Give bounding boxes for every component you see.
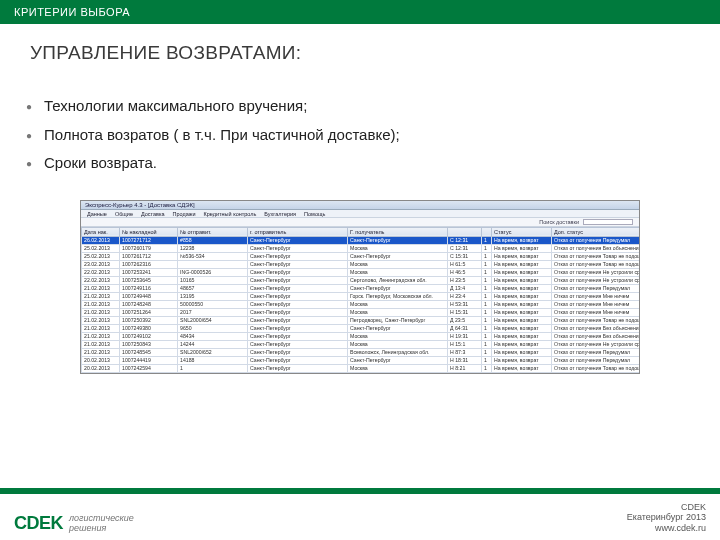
search-input[interactable] [583,219,633,225]
cell: 1007253645 [120,276,178,284]
cell: 25.02.2013 [82,244,120,252]
table-row[interactable]: 21.02.2013100724824850000550Санкт-Петерб… [82,300,641,308]
column-header[interactable]: № отправит. [178,227,248,236]
table-row[interactable]: 22.02.2013100725364510165Санкт-Петербург… [82,276,641,284]
cell: С 12:31 [448,244,482,252]
table-row[interactable]: 22.02.20131007253241ING-0000526Санкт-Пет… [82,268,641,276]
cell: 1 [482,284,492,292]
table-row[interactable]: 20.02.2013100724441914188Санкт-Петербург… [82,356,641,364]
column-header[interactable]: Г. получатель [348,227,448,236]
cell: Отказ от получения Товар не подошел/Не п… [552,316,641,324]
cell: 1 [482,260,492,268]
table-row[interactable]: 21.02.2013100725084314244Санкт-Петербург… [82,340,641,348]
cell: 1 [482,308,492,316]
table-row[interactable]: 21.02.20131007248545SNL2000/652Санкт-Пет… [82,348,641,356]
cell: Санкт-Петербург [248,252,348,260]
cell: На время, возврат [492,316,552,324]
cell: Санкт-Петербург [248,284,348,292]
cell: Отказ от получения Передумал [552,348,641,356]
cell: 1 [482,356,492,364]
cell: 26.02.2013 [82,236,120,244]
cell: 1007261712 [120,252,178,260]
cell: Н 23:5 [448,276,482,284]
menu-item[interactable]: Общие [115,211,133,217]
menu-item[interactable]: Данные [87,211,107,217]
cell: Москва [348,340,448,348]
column-header[interactable] [448,227,482,236]
cell: Санкт-Петербург [348,324,448,332]
cell: Горск. Петербург, Московская обл. [348,292,448,300]
column-header[interactable]: Доп. статус [552,227,641,236]
cell: На время, возврат [492,332,552,340]
cell: 1 [482,268,492,276]
column-header[interactable]: Дата нак. [82,227,120,236]
cell: 13195 [178,292,248,300]
cell: ING-0000526 [178,268,248,276]
cell: На время, возврат [492,284,552,292]
cell: 1007244419 [120,356,178,364]
cell: 48434 [178,332,248,340]
bullet-item: Сроки возврата. [22,149,720,178]
menu-item[interactable]: Помощь [304,211,325,217]
cell: 1007262316 [120,260,178,268]
cell: Санкт-Петербург [248,308,348,316]
app-menubar[interactable]: Данные Общие Доставка Продажи Кредитный … [81,210,639,218]
cell: Отказ от получения Передумал [552,356,641,364]
cell: 48657 [178,284,248,292]
column-header[interactable]: № накладной [120,227,178,236]
data-grid[interactable]: Дата нак.№ накладной№ отправит.г. отправ… [81,227,640,373]
logo: CDEK логистическиерешения [14,513,134,534]
column-header[interactable]: г. отправитель [248,227,348,236]
cell: №536-534 [178,252,248,260]
cell: 21.02.2013 [82,348,120,356]
cell: 14244 [178,340,248,348]
table-row[interactable]: 25.02.2013100726017912238Санкт-Петербург… [82,244,641,252]
table-row[interactable]: 20.02.201310072425941Санкт-ПетербургМоск… [82,364,641,372]
cell: 14188 [178,356,248,364]
table-row[interactable]: 21.02.201310072493809650Санкт-ПетербургС… [82,324,641,332]
cell: На время, возврат [492,292,552,300]
column-header[interactable]: Статус [492,227,552,236]
cell: С 15:31 [448,252,482,260]
cell: Санкт-Петербург [248,316,348,324]
table-row[interactable]: 25.02.20131007261712№536-534Санкт-Петерб… [82,252,641,260]
cell: 22.02.2013 [82,276,120,284]
cell: 21.02.2013 [82,284,120,292]
table-row[interactable]: 21.02.20131007250392SNL2000/654Санкт-Пет… [82,316,641,324]
cell: Москва [348,332,448,340]
cell: Санкт-Петербург [248,260,348,268]
table-row[interactable]: 21.02.2013100724910248434Санкт-Петербург… [82,332,641,340]
table-row[interactable]: 26.02.20131007271712#858Санкт-ПетербургС… [82,236,641,244]
menu-item[interactable]: Доставка [141,211,165,217]
cell: Н 18:31 [448,356,482,364]
cell: 1 [482,244,492,252]
cell: Санкт-Петербург [248,236,348,244]
cell: Отказ от получения Товар не подошел/Не п… [552,260,641,268]
table-row[interactable]: 21.02.201310072512642017Санкт-ПетербургМ… [82,308,641,316]
cell: Сертолово, Ленинградская обл. [348,276,448,284]
cell: Н 8:21 [448,364,482,372]
logo-mark: CDEK [14,513,63,534]
cell: Санкт-Петербург [248,300,348,308]
cell: Санкт-Петербург [348,356,448,364]
column-header[interactable] [482,227,492,236]
cell: Отказ от получения Передумал [552,236,641,244]
cell: 21.02.2013 [82,292,120,300]
menu-item[interactable]: Продажи [173,211,196,217]
cell: 21.02.2013 [82,332,120,340]
cell: Санкт-Петербург [248,332,348,340]
app-titlebar: Экспресс-Курьер 4.3 - [Доставка СДЭК] [81,201,639,211]
table-row[interactable]: 21.02.2013100724944813195Санкт-Петербург… [82,292,641,300]
menu-item[interactable]: Кредитный контроль [204,211,257,217]
cell: На время, возврат [492,268,552,276]
cell: 21.02.2013 [82,308,120,316]
cell: Отказ от получения Без объяснения [552,324,641,332]
grid-body[interactable]: 26.02.20131007271712#858Санкт-ПетербургС… [82,236,641,372]
cell: Н 15:31 [448,308,482,316]
cell: На время, возврат [492,340,552,348]
cell: Москва [348,364,448,372]
menu-item[interactable]: Бухгалтерия [264,211,296,217]
table-row[interactable]: 23.02.20131007262316Санкт-ПетербургМоскв… [82,260,641,268]
cell: 50000550 [178,300,248,308]
table-row[interactable]: 21.02.2013100724911648657Санкт-Петербург… [82,284,641,292]
